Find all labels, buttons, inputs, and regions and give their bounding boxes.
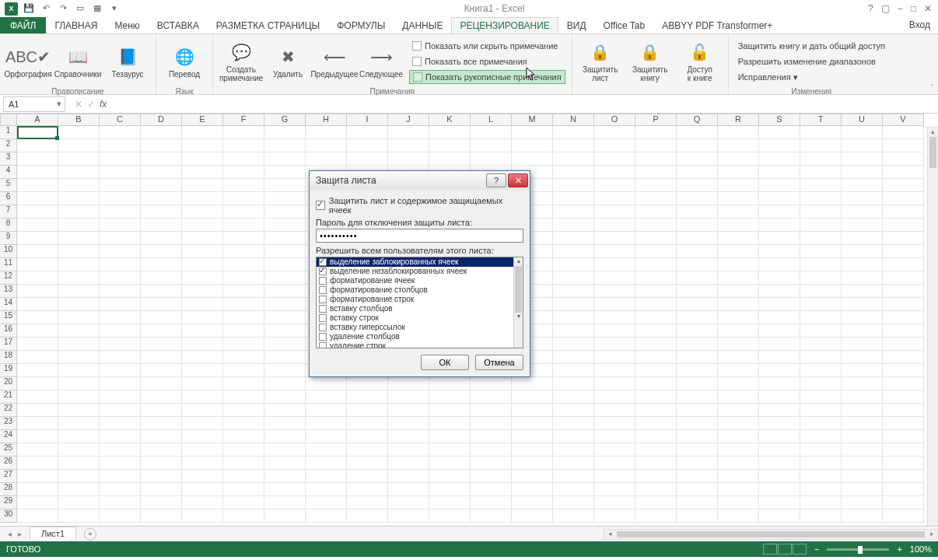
- cell[interactable]: [594, 351, 635, 364]
- cell[interactable]: [264, 364, 306, 377]
- row-header[interactable]: 3: [0, 152, 17, 166]
- cell[interactable]: [100, 351, 141, 364]
- cell[interactable]: [141, 192, 182, 205]
- cell[interactable]: [388, 152, 429, 166]
- cell[interactable]: [553, 179, 594, 192]
- column-header[interactable]: E: [182, 114, 223, 126]
- cell[interactable]: [883, 298, 924, 311]
- cell[interactable]: [471, 470, 512, 483]
- cell[interactable]: [58, 166, 100, 179]
- cell[interactable]: [100, 192, 141, 205]
- cell[interactable]: [512, 483, 553, 496]
- cell[interactable]: [842, 364, 883, 377]
- maximize-icon[interactable]: □: [911, 3, 916, 14]
- cell[interactable]: [677, 404, 718, 417]
- cell[interactable]: [306, 417, 347, 430]
- dialog-close-icon[interactable]: ✕: [508, 173, 528, 187]
- zoom-level[interactable]: 100%: [910, 544, 932, 554]
- scroll-thumb[interactable]: [929, 137, 936, 168]
- cell[interactable]: [883, 271, 924, 285]
- name-box[interactable]: A1 ▾: [3, 96, 65, 112]
- cell[interactable]: [223, 496, 264, 509]
- cell[interactable]: [141, 232, 182, 245]
- cell[interactable]: [842, 298, 883, 311]
- column-header[interactable]: H: [306, 114, 347, 126]
- cell[interactable]: [471, 377, 512, 390]
- cell[interactable]: [553, 483, 594, 496]
- cell[interactable]: [141, 139, 182, 152]
- cell[interactable]: [800, 205, 842, 219]
- cell[interactable]: [759, 351, 800, 364]
- cell[interactable]: [759, 324, 800, 338]
- cell[interactable]: [594, 443, 635, 457]
- cell[interactable]: [306, 404, 347, 417]
- cancel-button[interactable]: Отмена: [475, 355, 523, 370]
- cell[interactable]: [883, 483, 924, 496]
- cell[interactable]: [223, 232, 264, 245]
- cell[interactable]: [718, 324, 759, 338]
- ribbon-button[interactable]: 🔒Защититькнигу: [627, 37, 674, 86]
- cell[interactable]: [594, 285, 635, 298]
- cell[interactable]: [842, 457, 883, 470]
- permission-item[interactable]: вставку гиперссылок: [317, 323, 513, 332]
- cell[interactable]: [594, 324, 635, 338]
- permission-item[interactable]: удаление столбцов: [317, 332, 513, 341]
- cell[interactable]: [883, 179, 924, 192]
- cell[interactable]: [100, 417, 141, 430]
- cell[interactable]: [141, 351, 182, 364]
- cell[interactable]: [182, 298, 223, 311]
- cell[interactable]: [718, 457, 759, 470]
- cell[interactable]: [17, 139, 58, 152]
- column-header[interactable]: M: [512, 114, 553, 126]
- cell[interactable]: [58, 430, 100, 443]
- cell[interactable]: [883, 245, 924, 258]
- ribbon-button[interactable]: 📖Справочники: [54, 37, 101, 86]
- column-header[interactable]: A: [17, 114, 58, 126]
- cell[interactable]: [718, 166, 759, 179]
- cell[interactable]: [347, 152, 388, 166]
- cell[interactable]: [264, 219, 306, 232]
- cell[interactable]: [842, 390, 883, 404]
- cell[interactable]: [306, 483, 347, 496]
- cell[interactable]: [182, 496, 223, 509]
- cell[interactable]: [100, 126, 141, 139]
- cell[interactable]: [759, 298, 800, 311]
- column-header[interactable]: S: [759, 114, 800, 126]
- view-page-layout-icon[interactable]: [778, 544, 792, 555]
- cell[interactable]: [800, 483, 842, 496]
- cell[interactable]: [471, 390, 512, 404]
- cell[interactable]: [141, 338, 182, 351]
- tab-меню[interactable]: Меню: [106, 17, 148, 33]
- cell[interactable]: [58, 338, 100, 351]
- cell[interactable]: [17, 324, 58, 338]
- cell[interactable]: [182, 192, 223, 205]
- ribbon-button[interactable]: 🔒Защититьлист: [577, 37, 624, 86]
- cell[interactable]: [635, 417, 677, 430]
- cell[interactable]: [800, 232, 842, 245]
- cell[interactable]: [388, 126, 429, 139]
- cell[interactable]: [800, 285, 842, 298]
- cell[interactable]: [512, 139, 553, 152]
- cell[interactable]: [223, 139, 264, 152]
- cell[interactable]: [264, 152, 306, 166]
- cell[interactable]: [718, 509, 759, 523]
- cell[interactable]: [264, 430, 306, 443]
- row-header[interactable]: 5: [0, 179, 17, 192]
- cell[interactable]: [429, 417, 471, 430]
- zoom-slider[interactable]: [827, 548, 889, 551]
- cell[interactable]: [883, 351, 924, 364]
- cell[interactable]: [553, 443, 594, 457]
- cell[interactable]: [883, 417, 924, 430]
- cell[interactable]: [800, 351, 842, 364]
- cell[interactable]: [429, 443, 471, 457]
- cell[interactable]: [842, 430, 883, 443]
- cell[interactable]: [635, 324, 677, 338]
- cell[interactable]: [141, 126, 182, 139]
- cell[interactable]: [100, 205, 141, 219]
- sheet-nav-prev-icon[interactable]: ◂: [8, 530, 12, 538]
- cell[interactable]: [718, 126, 759, 139]
- cell[interactable]: [182, 271, 223, 285]
- cell[interactable]: [17, 192, 58, 205]
- cell[interactable]: [429, 390, 471, 404]
- cell[interactable]: [842, 139, 883, 152]
